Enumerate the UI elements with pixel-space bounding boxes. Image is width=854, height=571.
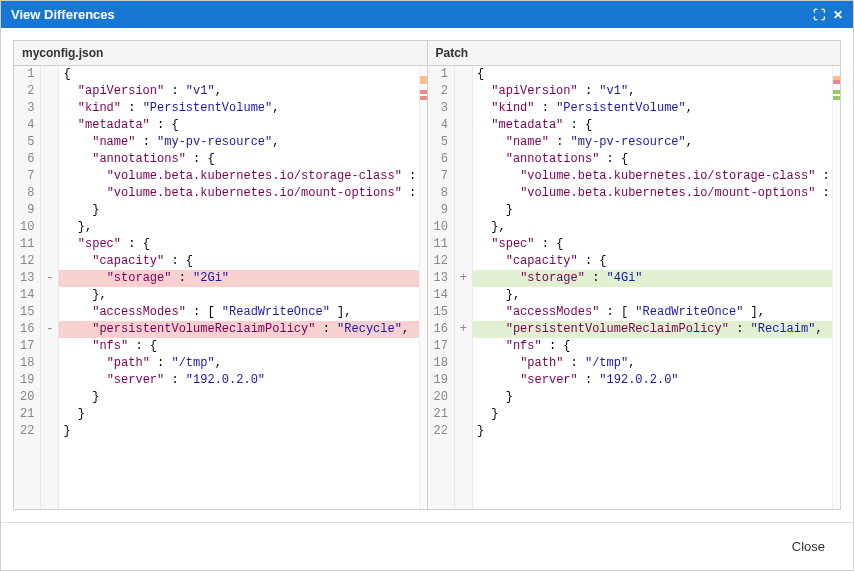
code-line[interactable]: }	[473, 406, 832, 423]
line-number: 21	[434, 406, 448, 423]
code-line[interactable]: "apiVersion" : "v1",	[59, 83, 418, 100]
diff-marker	[41, 168, 58, 185]
diff-marker	[41, 253, 58, 270]
code-line[interactable]: "apiVersion" : "v1",	[473, 83, 832, 100]
code-line[interactable]: "spec" : {	[473, 236, 832, 253]
left-code[interactable]: { "apiVersion" : "v1", "kind" : "Persist…	[59, 66, 418, 509]
code-line[interactable]: "volume.beta.kubernetes.io/storage-class…	[473, 168, 832, 185]
code-line[interactable]: "path" : "/tmp",	[473, 355, 832, 372]
code-line[interactable]: "storage" : "2Gi"	[59, 270, 418, 287]
close-icon[interactable]: ✕	[833, 8, 843, 22]
left-code-area[interactable]: 12345678910111213141516171819202122 -- {…	[14, 66, 427, 509]
diff-marker	[41, 100, 58, 117]
code-line[interactable]: },	[473, 287, 832, 304]
code-line[interactable]: "server" : "192.0.2.0"	[59, 372, 418, 389]
code-line[interactable]: },	[473, 219, 832, 236]
diff-added-icon: +	[455, 321, 472, 338]
code-line[interactable]: "volume.beta.kubernetes.io/mount-options…	[59, 185, 418, 202]
code-line[interactable]: "persistentVolumeReclaimPolicy" : "Recyc…	[59, 321, 418, 338]
line-number: 19	[434, 372, 448, 389]
left-marker-gutter: --	[41, 66, 59, 509]
line-number: 15	[20, 304, 34, 321]
line-number: 19	[20, 372, 34, 389]
code-line[interactable]: "metadata" : {	[59, 117, 418, 134]
code-line[interactable]: "annotations" : {	[59, 151, 418, 168]
maximize-icon[interactable]: ⛶	[813, 8, 825, 22]
diff-marker	[455, 406, 472, 423]
minimap-marker[interactable]	[420, 80, 427, 84]
code-line[interactable]: },	[59, 219, 418, 236]
code-line[interactable]: }	[473, 423, 832, 440]
code-line[interactable]: "nfs" : {	[59, 338, 418, 355]
line-number: 17	[434, 338, 448, 355]
code-line[interactable]: "capacity" : {	[59, 253, 418, 270]
code-line[interactable]: "kind" : "PersistentVolume",	[59, 100, 418, 117]
line-number: 18	[20, 355, 34, 372]
line-number: 20	[434, 389, 448, 406]
line-number: 3	[434, 100, 448, 117]
line-number: 14	[20, 287, 34, 304]
code-line[interactable]: {	[473, 66, 832, 83]
diff-marker	[41, 117, 58, 134]
code-line[interactable]: "server" : "192.0.2.0"	[473, 372, 832, 389]
code-line[interactable]: }	[59, 389, 418, 406]
right-minimap[interactable]	[832, 66, 840, 509]
code-line[interactable]: "annotations" : {	[473, 151, 832, 168]
line-number: 14	[434, 287, 448, 304]
diff-marker	[41, 83, 58, 100]
line-number: 10	[20, 219, 34, 236]
line-number: 13	[434, 270, 448, 287]
code-line[interactable]: "spec" : {	[59, 236, 418, 253]
code-line[interactable]: }	[59, 202, 418, 219]
code-line[interactable]: }	[59, 406, 418, 423]
code-line[interactable]: "volume.beta.kubernetes.io/mount-options…	[473, 185, 832, 202]
code-line[interactable]: "persistentVolumeReclaimPolicy" : "Recla…	[473, 321, 832, 338]
titlebar-actions: ⛶ ✕	[813, 8, 843, 22]
line-number: 15	[434, 304, 448, 321]
code-line[interactable]: "name" : "my-pv-resource",	[59, 134, 418, 151]
code-line[interactable]: "volume.beta.kubernetes.io/storage-class…	[59, 168, 418, 185]
diff-marker	[41, 134, 58, 151]
minimap-marker[interactable]	[420, 96, 427, 100]
minimap-marker[interactable]	[833, 80, 840, 84]
code-line[interactable]: "storage" : "4Gi"	[473, 270, 832, 287]
code-line[interactable]: {	[59, 66, 418, 83]
view-differences-dialog: View Differences ⛶ ✕ myconfig.json 12345…	[0, 0, 854, 571]
diff-marker	[41, 389, 58, 406]
code-line[interactable]: }	[473, 202, 832, 219]
code-line[interactable]: "capacity" : {	[473, 253, 832, 270]
right-code[interactable]: { "apiVersion" : "v1", "kind" : "Persist…	[473, 66, 832, 509]
line-number: 5	[20, 134, 34, 151]
diff-marker	[41, 236, 58, 253]
line-number: 11	[20, 236, 34, 253]
code-line[interactable]: "accessModes" : [ "ReadWriteOnce" ],	[59, 304, 418, 321]
minimap-marker[interactable]	[833, 90, 840, 94]
left-minimap[interactable]	[419, 66, 427, 509]
diff-marker	[41, 66, 58, 83]
code-line[interactable]: "accessModes" : [ "ReadWriteOnce" ],	[473, 304, 832, 321]
code-line[interactable]: },	[59, 287, 418, 304]
diff-marker	[41, 406, 58, 423]
code-line[interactable]: "metadata" : {	[473, 117, 832, 134]
line-number: 8	[20, 185, 34, 202]
diff-marker	[455, 100, 472, 117]
diff-marker	[455, 117, 472, 134]
minimap-marker[interactable]	[420, 90, 427, 94]
line-number: 20	[20, 389, 34, 406]
code-line[interactable]: "name" : "my-pv-resource",	[473, 134, 832, 151]
diff-added-icon: +	[455, 270, 472, 287]
code-line[interactable]: "kind" : "PersistentVolume",	[473, 100, 832, 117]
line-number: 1	[434, 66, 448, 83]
line-number: 16	[20, 321, 34, 338]
diff-marker	[455, 287, 472, 304]
code-line[interactable]: "path" : "/tmp",	[59, 355, 418, 372]
minimap-marker[interactable]	[833, 96, 840, 100]
code-line[interactable]: "nfs" : {	[473, 338, 832, 355]
diff-marker	[41, 185, 58, 202]
close-button[interactable]: Close	[778, 533, 839, 560]
dialog-titlebar: View Differences ⛶ ✕	[1, 1, 853, 28]
right-code-area[interactable]: 12345678910111213141516171819202122 ++ {…	[428, 66, 841, 509]
code-line[interactable]: }	[473, 389, 832, 406]
code-line[interactable]: }	[59, 423, 418, 440]
right-marker-gutter: ++	[455, 66, 473, 509]
